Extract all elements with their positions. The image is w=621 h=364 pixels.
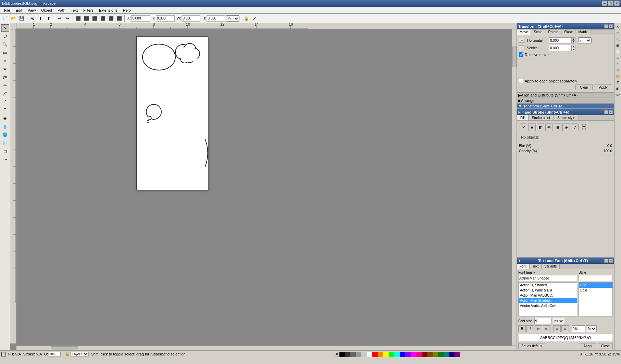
color-swatch-navy[interactable] bbox=[449, 352, 455, 357]
paint-bucket-tool[interactable]: 🪣 bbox=[1, 131, 9, 139]
transform-tab-skew[interactable]: Skew bbox=[561, 29, 575, 35]
rectangle-tool[interactable]: ▭ bbox=[1, 49, 9, 56]
text-font-close-btn[interactable]: Close bbox=[598, 343, 613, 349]
import-btn[interactable]: ⬇ bbox=[37, 15, 44, 22]
menu-help[interactable]: Help bbox=[120, 8, 134, 13]
horizontal-input[interactable] bbox=[549, 37, 571, 43]
eraser-tool[interactable]: ◻ bbox=[1, 147, 9, 155]
superscript-btn[interactable]: x² bbox=[535, 325, 542, 332]
rip-grid-btn[interactable]: ⊞ bbox=[615, 55, 621, 61]
maximize-btn[interactable]: □ bbox=[608, 1, 613, 6]
text-tab[interactable]: Text bbox=[530, 264, 542, 269]
stroke-style-tab[interactable]: Stroke style bbox=[554, 115, 579, 120]
save-btn[interactable]: 💾 bbox=[18, 15, 25, 22]
color-swatch-darkred[interactable] bbox=[422, 352, 427, 357]
align-bottom-btn[interactable]: ⬛ bbox=[115, 15, 123, 22]
rip-text-btn[interactable]: T bbox=[615, 80, 621, 85]
transform-btn[interactable]: ⤢ bbox=[251, 15, 258, 22]
gradient-tool[interactable]: ◈ bbox=[1, 115, 9, 122]
menu-file[interactable]: File bbox=[1, 8, 13, 13]
font-item-1[interactable]: Action Is, Wide & Dia bbox=[519, 288, 577, 293]
font-list[interactable]: Action Is, Shaded JL Action Is, Wide & D… bbox=[518, 282, 577, 316]
undo-btn[interactable]: ↩ bbox=[55, 15, 63, 22]
text-font-close-btn[interactable]: × bbox=[609, 259, 613, 263]
rip-align-btn[interactable]: ⊟ bbox=[615, 67, 621, 73]
color-swatch-teal[interactable] bbox=[444, 352, 449, 357]
color-swatch-black[interactable] bbox=[339, 352, 345, 357]
export-btn[interactable]: ⬆ bbox=[45, 15, 52, 22]
bold-btn[interactable]: B bbox=[518, 325, 526, 332]
font-size-input[interactable] bbox=[534, 318, 551, 324]
color-swatch-darkgray[interactable] bbox=[345, 352, 350, 357]
canvas-area[interactable]: 1 2 4 6 8 10 12 bbox=[10, 23, 517, 350]
menu-edit[interactable]: Edit bbox=[13, 8, 25, 13]
rip-xml-btn[interactable]: </> bbox=[615, 92, 621, 98]
color-swatch-cyan[interactable] bbox=[394, 352, 400, 357]
align-left-btn[interactable]: ⬛ bbox=[74, 15, 82, 22]
lock-ratio-btn[interactable]: 🔒 bbox=[243, 15, 250, 22]
color-swatch-magenta[interactable] bbox=[411, 352, 416, 357]
text-font-minimize-btn[interactable]: _ bbox=[604, 259, 608, 263]
transform-clear-btn[interactable]: Clear bbox=[575, 84, 593, 90]
align-top-btn[interactable]: ⬛ bbox=[99, 15, 107, 22]
align-right-btn[interactable]: ⬛ bbox=[91, 15, 98, 22]
align-text-left-btn[interactable]: ≡ bbox=[553, 325, 561, 332]
node-tool[interactable]: ⬡ bbox=[1, 32, 9, 40]
unset-btn[interactable]: ? bbox=[571, 124, 579, 131]
transform-minimize-btn[interactable]: _ bbox=[604, 24, 608, 28]
transform-tab-move[interactable]: Move bbox=[517, 29, 531, 35]
menu-text[interactable]: Text bbox=[68, 8, 80, 13]
arrange-section-header[interactable]: ▶ Arrange bbox=[517, 98, 614, 103]
style-input[interactable] bbox=[579, 275, 613, 281]
set-default-btn[interactable]: Set as default bbox=[518, 343, 545, 349]
align-mid-btn[interactable]: ⬛ bbox=[107, 15, 115, 22]
fill-down-btn[interactable]: ▼ bbox=[582, 128, 586, 130]
unit-select[interactable]: in px mm cm bbox=[226, 15, 239, 22]
fill-stroke-minimize-btn[interactable]: _ bbox=[604, 110, 608, 114]
font-family-input[interactable] bbox=[518, 275, 577, 281]
font-item-3[interactable]: Action Man Shaded . bbox=[519, 298, 577, 303]
fill-tab[interactable]: Fill bbox=[517, 115, 529, 120]
transform-apply-btn[interactable]: Apply bbox=[595, 84, 612, 90]
zoom-tool[interactable]: 🔍 bbox=[1, 41, 9, 48]
color-swatch-lightgray[interactable] bbox=[361, 352, 367, 357]
circle-tool[interactable]: ○ bbox=[1, 57, 9, 65]
menu-filters[interactable]: Filters bbox=[80, 8, 96, 13]
color-swatch-darkorange[interactable] bbox=[427, 352, 433, 357]
subscript-btn[interactable]: x₂ bbox=[543, 325, 550, 332]
pencil-tool[interactable]: ✏ bbox=[1, 82, 9, 89]
horizontal-up-btn[interactable]: ▲ bbox=[571, 37, 575, 40]
close-btn[interactable]: ✕ bbox=[614, 1, 620, 6]
color-swatch-red[interactable] bbox=[372, 352, 378, 357]
h-input[interactable] bbox=[207, 15, 225, 22]
transform-tab-scale[interactable]: Scale bbox=[531, 29, 545, 35]
canvas-viewport[interactable] bbox=[16, 29, 517, 343]
color-swatch-blue[interactable] bbox=[400, 352, 405, 357]
print-btn[interactable]: 🖨 bbox=[28, 15, 36, 22]
italic-btn[interactable]: I bbox=[526, 325, 534, 332]
color-swatch-orange[interactable] bbox=[378, 352, 383, 357]
font-item-2[interactable]: Action Man AABBCC: bbox=[519, 293, 577, 298]
variants-tab[interactable]: Variants bbox=[542, 264, 560, 269]
text-tool[interactable]: T bbox=[1, 106, 9, 114]
layer-select[interactable]: Layer 1 bbox=[71, 352, 89, 356]
horizontal-down-btn[interactable]: ▼ bbox=[571, 40, 575, 43]
rip-fill-btn[interactable]: ▣ bbox=[615, 43, 621, 48]
text-font-apply-btn[interactable]: Apply bbox=[579, 343, 596, 349]
font-size-unit-select[interactable]: px pt in bbox=[553, 318, 564, 324]
rip-page-btn[interactable]: 📄 bbox=[615, 49, 621, 54]
no-color-swatch[interactable]: ✕ bbox=[335, 352, 339, 356]
stroke-paint-tab[interactable]: Stroke paint bbox=[529, 115, 554, 120]
rip-node-btn[interactable]: ⬡ bbox=[615, 30, 621, 36]
y-input[interactable] bbox=[156, 15, 175, 22]
radial-grad-btn[interactable]: ◎ bbox=[545, 124, 553, 131]
fill-up-btn[interactable]: ▲ bbox=[582, 124, 586, 127]
apply-each-checkbox[interactable] bbox=[519, 79, 523, 83]
vertical-input[interactable] bbox=[549, 45, 571, 51]
pattern-btn[interactable]: ⊞ bbox=[554, 124, 561, 131]
transform-unit-select[interactable]: in px mm bbox=[578, 37, 592, 43]
pen-tool[interactable]: 🖊 bbox=[1, 90, 9, 98]
flat-color-btn[interactable]: ■ bbox=[528, 124, 536, 131]
vertical-scrollbar[interactable] bbox=[512, 29, 517, 346]
spiral-tool[interactable]: @ bbox=[1, 74, 9, 81]
